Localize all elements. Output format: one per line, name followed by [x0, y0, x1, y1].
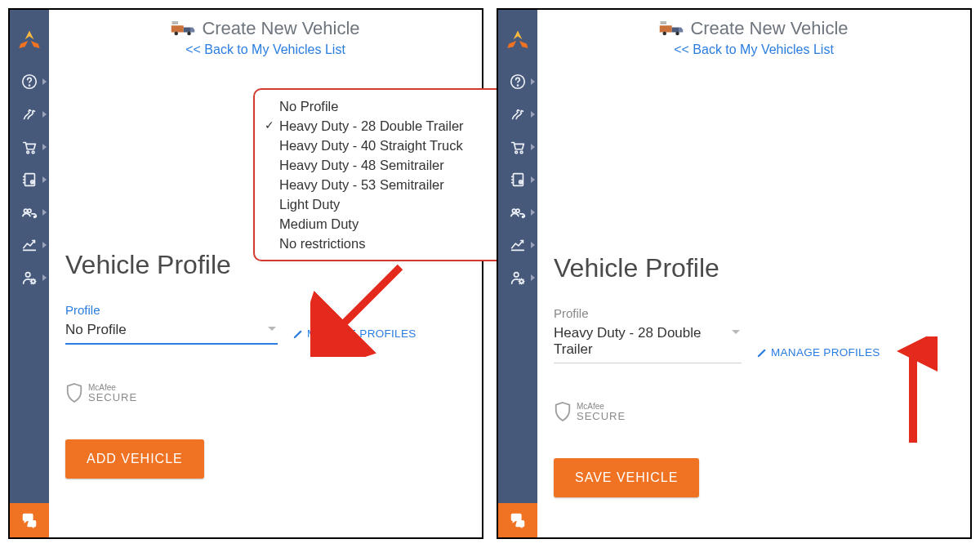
caret-down-icon — [268, 327, 276, 331]
svg-point-2 — [27, 151, 29, 154]
svg-point-26 — [520, 151, 523, 154]
dropdown-option[interactable]: Heavy Duty - 53 Semitrailer — [255, 175, 511, 194]
chevron-right-icon — [42, 176, 47, 183]
svg-point-14 — [25, 273, 30, 278]
svg-point-11 — [28, 209, 31, 212]
section-title: Vehicle Profile — [554, 253, 954, 283]
mcafee-line2: SECURE — [88, 392, 137, 403]
profile-dropdown-open: No Profile Heavy Duty - 28 Double Traile… — [253, 88, 513, 261]
page-title: Create New Vehicle — [202, 18, 359, 39]
help-icon — [20, 73, 38, 91]
svg-rect-43 — [661, 23, 667, 24]
nav-analytics[interactable] — [498, 229, 537, 261]
fleet-icon — [509, 203, 527, 221]
shield-icon — [65, 382, 83, 403]
chevron-right-icon — [531, 78, 535, 85]
chevron-right-icon — [42, 78, 47, 85]
pencil-icon — [756, 347, 768, 359]
admin-icon — [509, 269, 527, 287]
chevron-right-icon — [42, 111, 47, 118]
cart-icon — [20, 138, 38, 156]
help-icon — [509, 73, 527, 91]
svg-rect-16 — [172, 25, 184, 32]
sidebar — [498, 10, 537, 537]
mcafee-badge: McAfee SECURE — [554, 401, 954, 422]
chat-button[interactable] — [10, 503, 49, 537]
dropdown-option[interactable]: Heavy Duty - 28 Double Trailer — [255, 116, 511, 136]
chat-icon — [20, 511, 38, 529]
profile-select-value: Heavy Duty - 28 Double Trailer — [554, 325, 701, 357]
chat-icon — [509, 511, 527, 529]
dropdown-option[interactable]: No Profile — [255, 96, 511, 116]
cart-icon — [509, 138, 527, 156]
analytics-icon — [509, 236, 527, 254]
nav-fleet[interactable] — [10, 196, 49, 229]
nav-routes[interactable] — [498, 98, 537, 131]
addressbook-icon — [20, 171, 38, 189]
chevron-right-icon — [531, 242, 535, 248]
manage-profiles-link[interactable]: MANAGE PROFILES — [292, 327, 416, 345]
svg-point-32 — [520, 181, 521, 182]
fleet-icon — [20, 203, 38, 221]
dropdown-option[interactable]: Heavy Duty - 40 Straight Truck — [255, 136, 511, 155]
svg-rect-39 — [660, 25, 672, 32]
dropdown-option[interactable]: Light Duty — [255, 194, 511, 214]
main-content: Create New Vehicle << Back to My Vehicle… — [49, 10, 482, 537]
chat-button[interactable] — [498, 503, 537, 537]
shield-icon — [554, 401, 572, 422]
chevron-right-icon — [42, 209, 47, 216]
back-link[interactable]: << Back to My Vehicles List — [65, 42, 466, 57]
nav-help[interactable] — [498, 65, 537, 98]
svg-point-9 — [32, 181, 33, 182]
main-content: Create New Vehicle << Back to My Vehicle… — [537, 10, 970, 537]
svg-point-10 — [24, 209, 27, 212]
svg-point-42 — [676, 32, 680, 36]
svg-point-25 — [515, 151, 518, 154]
svg-point-1 — [29, 85, 29, 86]
svg-rect-21 — [172, 21, 179, 22]
pencil-icon — [292, 328, 304, 340]
profile-field-label: Profile — [65, 303, 466, 317]
profile-select[interactable]: Heavy Duty - 28 Double Trailer — [554, 322, 742, 363]
svg-point-18 — [175, 32, 179, 36]
chevron-right-icon — [42, 242, 47, 248]
nav-orders[interactable] — [498, 131, 537, 163]
profile-select[interactable]: No Profile — [65, 319, 278, 345]
screenshot-left: Create New Vehicle << Back to My Vehicle… — [8, 8, 483, 539]
nav-orders[interactable] — [10, 131, 49, 163]
svg-rect-17 — [184, 28, 190, 33]
chevron-right-icon — [531, 176, 535, 183]
add-vehicle-button[interactable]: ADD VEHICLE — [65, 439, 204, 479]
svg-rect-40 — [672, 28, 679, 33]
nav-admin[interactable] — [10, 261, 49, 294]
manage-profiles-label: MANAGE PROFILES — [307, 327, 416, 340]
caret-down-icon — [732, 330, 740, 334]
nav-addressbook[interactable] — [498, 163, 537, 196]
mcafee-line1: McAfee — [88, 384, 137, 392]
truck-icon — [171, 20, 195, 37]
sidebar — [10, 10, 49, 537]
chevron-right-icon — [531, 274, 535, 281]
nav-routes[interactable] — [10, 98, 49, 131]
back-link[interactable]: << Back to My Vehicles List — [554, 42, 954, 57]
page-header: Create New Vehicle — [554, 18, 954, 39]
svg-point-3 — [32, 151, 34, 154]
nav-analytics[interactable] — [10, 229, 49, 261]
nav-addressbook[interactable] — [10, 163, 49, 196]
page-title: Create New Vehicle — [690, 18, 848, 39]
logo — [498, 16, 537, 65]
dropdown-option[interactable]: Medium Duty — [255, 214, 511, 234]
nav-fleet[interactable] — [498, 196, 537, 229]
nav-help[interactable] — [10, 65, 49, 98]
dropdown-option[interactable]: Heavy Duty - 48 Semitrailer — [255, 155, 511, 175]
mcafee-badge: McAfee SECURE — [65, 382, 466, 403]
routes-icon — [509, 105, 527, 123]
admin-icon — [20, 269, 38, 287]
save-vehicle-button[interactable]: SAVE VEHICLE — [554, 458, 699, 497]
svg-point-33 — [512, 209, 515, 212]
chevron-right-icon — [531, 111, 535, 118]
dropdown-option[interactable]: No restrictions — [255, 234, 511, 253]
manage-profiles-link[interactable]: MANAGE PROFILES — [756, 346, 880, 363]
analytics-icon — [20, 236, 38, 254]
nav-admin[interactable] — [498, 261, 537, 294]
